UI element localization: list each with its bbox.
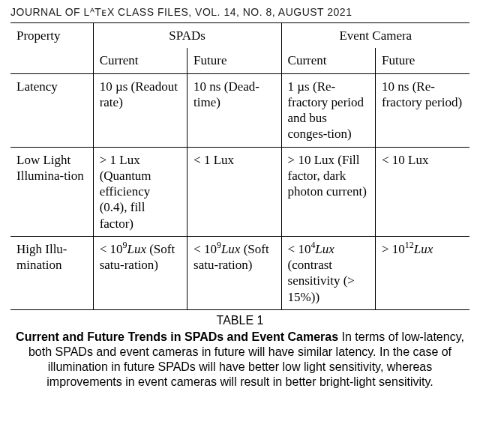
cell-event-current: 1 µs (Re-fractory period and bus conges-… — [281, 73, 375, 147]
value-prefix: < 10 — [288, 242, 311, 256]
caption-title: Current and Future Trends in SPADs and E… — [16, 330, 338, 343]
cell-event-current: > 10 Lux (Fill factor, dark photon curre… — [281, 147, 375, 236]
cell-event-future: > 1012Lux — [376, 236, 470, 309]
col-event-future: Future — [376, 48, 470, 73]
lux-unit: Lux — [127, 242, 146, 256]
caption-label: TABLE 1 — [10, 313, 470, 328]
col-spads-future: Future — [188, 48, 281, 73]
comparison-table: Property SPADs Event Camera Current Futu… — [10, 22, 470, 310]
cell-event-current: < 104Lux (contrast sensitivity (> 15%)) — [281, 236, 375, 309]
value-prefix: > 10 — [382, 242, 405, 256]
table-row: Low Light Illumina-tion > 1 Lux (Quantum… — [10, 147, 470, 236]
table-row: Latency 10 µs (Readout rate) 10 ns (Dead… — [10, 73, 470, 147]
lux-unit: Lux — [315, 242, 334, 256]
col-property-header: Property — [10, 23, 93, 74]
cell-spads-future: < 1 Lux — [188, 147, 281, 236]
lux-unit: Lux — [221, 242, 241, 256]
cell-spads-current: > 1 Lux (Quantum efficiency (0.4), fill … — [93, 147, 187, 236]
table-row: High Illu-mination < 109Lux (Soft satu-r… — [10, 236, 470, 309]
table-header-row-groups: Property SPADs Event Camera — [10, 23, 470, 49]
cell-event-future: < 10 Lux — [376, 147, 470, 236]
value-prefix: < 10 — [194, 242, 217, 256]
value-exponent: 12 — [405, 240, 414, 250]
cell-event-future: 10 ns (Re-fractory period) — [376, 73, 470, 147]
table-caption: TABLE 1 Current and Future Trends in SPA… — [10, 313, 470, 390]
cell-property: Low Light Illumina-tion — [10, 147, 93, 236]
journal-header: JOURNAL OF LᴬTᴇX CLASS FILES, VOL. 14, N… — [10, 6, 470, 18]
col-spads-current: Current — [93, 48, 187, 73]
page: JOURNAL OF LᴬTᴇX CLASS FILES, VOL. 14, N… — [0, 0, 480, 400]
value-prefix: < 10 — [100, 242, 123, 256]
lux-unit: Lux — [414, 242, 434, 256]
col-event-current: Current — [281, 48, 375, 73]
cell-spads-future: 10 ns (Dead-time) — [188, 73, 281, 147]
cell-spads-current: 10 µs (Readout rate) — [93, 73, 187, 147]
cell-spads-current: < 109Lux (Soft satu-ration) — [93, 236, 187, 309]
col-group-event: Event Camera — [281, 23, 470, 49]
cell-property: High Illu-mination — [10, 236, 93, 309]
value-suffix: (contrast sensitivity (> 15%)) — [288, 258, 355, 304]
cell-property: Latency — [10, 73, 93, 147]
cell-spads-future: < 109Lux (Soft satu-ration) — [188, 236, 281, 309]
col-group-spads: SPADs — [93, 23, 281, 49]
